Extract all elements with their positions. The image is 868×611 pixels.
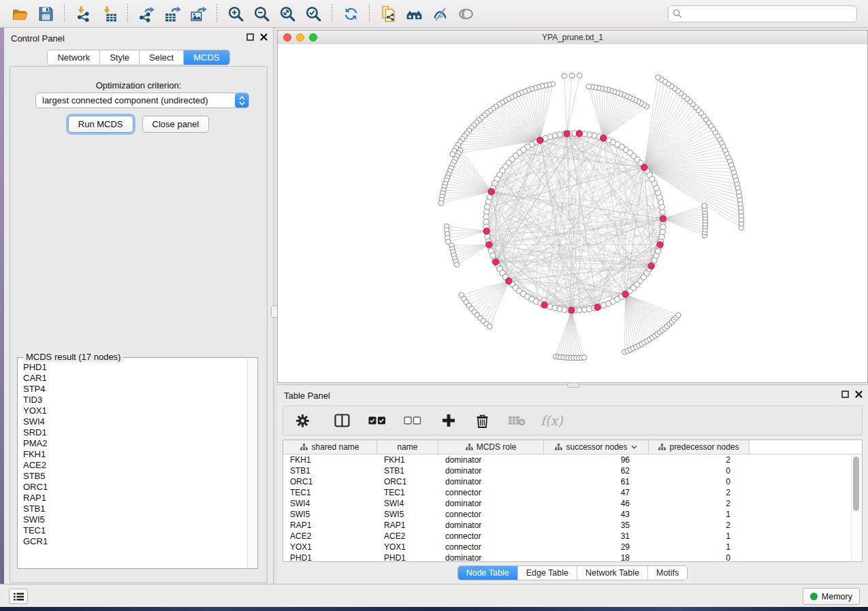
- zoom-fit-button[interactable]: [277, 3, 298, 24]
- import-network-button[interactable]: [73, 3, 93, 24]
- mcds-node[interactable]: [641, 164, 647, 170]
- table-row[interactable]: ACE2ACE2connector311: [283, 531, 862, 542]
- table-row[interactable]: RAP1RAP1dominator352: [283, 520, 862, 531]
- close-panel-button[interactable]: Close panel: [142, 116, 210, 133]
- mcds-result-item[interactable]: PMA2: [23, 438, 248, 449]
- mcds-result-item[interactable]: ACE2: [23, 460, 248, 471]
- mcds-node[interactable]: [648, 263, 654, 269]
- mcds-node[interactable]: [537, 137, 543, 144]
- mcds-result-item[interactable]: ORC1: [23, 482, 248, 493]
- network-window-titlebar[interactable]: YPA_prune.txt_1: [278, 31, 867, 45]
- run-mcds-button[interactable]: Run MCDS: [68, 116, 133, 133]
- close-panel-icon[interactable]: [260, 33, 268, 41]
- column-header-predecessor-nodes[interactable]: predecessor nodes: [649, 440, 750, 454]
- tab-motifs[interactable]: Motifs: [648, 566, 687, 580]
- zoom-out-button[interactable]: [251, 3, 272, 24]
- zoom-in-button[interactable]: [225, 3, 246, 24]
- open-file-button[interactable]: [10, 3, 30, 24]
- mcds-result-item[interactable]: TEC1: [23, 525, 248, 536]
- mcds-node[interactable]: [486, 242, 492, 248]
- column-header-successor-nodes[interactable]: successor nodes: [544, 440, 649, 454]
- memory-button[interactable]: Memory: [803, 588, 860, 605]
- mcds-list-scrollbar[interactable]: [247, 359, 257, 567]
- zoom-selected-button[interactable]: [303, 3, 323, 24]
- mcds-node[interactable]: [576, 131, 582, 137]
- mcds-node[interactable]: [660, 216, 666, 222]
- mcds-node[interactable]: [568, 307, 575, 313]
- mcds-node[interactable]: [600, 135, 607, 142]
- export-table-button[interactable]: [162, 3, 182, 24]
- table-row[interactable]: SWI4SWI4dominator462: [283, 498, 862, 509]
- tab-node-table[interactable]: Node Table: [458, 566, 518, 580]
- float-panel-icon[interactable]: [841, 391, 849, 398]
- horizontal-splitter-handle[interactable]: [567, 382, 579, 388]
- mcds-node[interactable]: [622, 291, 628, 297]
- mcds-node[interactable]: [594, 304, 600, 310]
- table-row[interactable]: SWI5SWI5connector431: [283, 509, 862, 520]
- search-input[interactable]: [668, 5, 857, 22]
- optimization-criterion-select[interactable]: largest connected component (undirected): [35, 93, 249, 108]
- mcds-result-item[interactable]: SWI4: [23, 416, 248, 427]
- float-panel-icon[interactable]: [246, 33, 254, 41]
- tab-select[interactable]: Select: [140, 50, 184, 65]
- select-all-button[interactable]: [368, 416, 386, 425]
- column-header-MCDS-role[interactable]: MCDS role: [438, 440, 544, 454]
- refresh-button[interactable]: [340, 3, 361, 24]
- tab-style[interactable]: Style: [100, 50, 140, 65]
- delete-table-button[interactable]: [508, 415, 526, 426]
- mcds-node[interactable]: [564, 131, 570, 137]
- mcds-result-item[interactable]: CAR1: [23, 373, 248, 384]
- table-row[interactable]: TEC1TEC1connector472: [283, 487, 862, 498]
- tab-network-table[interactable]: Network Table: [577, 566, 648, 580]
- mcds-node[interactable]: [506, 278, 512, 284]
- tab-edge-table[interactable]: Edge Table: [518, 566, 577, 580]
- save-session-button[interactable]: [35, 3, 56, 24]
- network-canvas[interactable]: [278, 44, 867, 382]
- mcds-result-item[interactable]: PHD1: [23, 362, 248, 373]
- table-row[interactable]: FKH1FKH1dominator962: [283, 455, 862, 465]
- column-header-name[interactable]: name: [377, 440, 438, 454]
- split-table-button[interactable]: [334, 414, 350, 427]
- table-row[interactable]: PHD1PHD1dominator180: [283, 552, 862, 562]
- export-image-icon: [190, 5, 207, 22]
- search-objects-button[interactable]: [404, 3, 424, 24]
- cell: 2: [649, 455, 750, 465]
- table-row[interactable]: YOX1YOX1connector291: [283, 542, 862, 552]
- deselect-all-button[interactable]: [404, 416, 421, 425]
- tab-network[interactable]: Network: [48, 50, 100, 65]
- table-scrollbar[interactable]: [851, 455, 861, 560]
- mcds-node[interactable]: [488, 188, 494, 195]
- mcds-result-item[interactable]: SRD1: [23, 427, 248, 438]
- create-column-button[interactable]: [442, 414, 455, 427]
- function-builder-button[interactable]: f(x): [541, 413, 563, 428]
- hide-selected-button[interactable]: [430, 3, 450, 24]
- show-preview-button[interactable]: [455, 3, 476, 24]
- column-header-shared-name[interactable]: shared name: [283, 440, 377, 454]
- mcds-node[interactable]: [541, 302, 547, 308]
- tab-mcds[interactable]: MCDS: [184, 50, 229, 65]
- mcds-result-item[interactable]: YOX1: [23, 406, 248, 416]
- close-panel-icon[interactable]: [855, 391, 863, 398]
- share-document-button[interactable]: [378, 3, 398, 24]
- show-panels-button[interactable]: [9, 589, 28, 604]
- mcds-result-item[interactable]: RAP1: [23, 493, 248, 503]
- mcds-node[interactable]: [483, 228, 489, 234]
- mcds-result-item[interactable]: STP4: [23, 384, 248, 395]
- table-row[interactable]: STB1STB1dominator620: [283, 465, 862, 476]
- mcds-result-item[interactable]: GCR1: [23, 536, 248, 547]
- mcds-result-item[interactable]: STB1: [23, 503, 248, 514]
- delete-column-button[interactable]: [476, 414, 489, 428]
- mcds-node[interactable]: [493, 259, 499, 265]
- export-network-button[interactable]: [136, 3, 157, 24]
- mcds-result-item[interactable]: STB5: [23, 471, 248, 482]
- mcds-result-item[interactable]: TID3: [23, 395, 248, 406]
- cell: 1: [649, 531, 750, 541]
- scrollbar-thumb[interactable]: [853, 457, 859, 511]
- export-image-button[interactable]: [188, 3, 208, 24]
- mcds-result-item[interactable]: FKH1: [23, 449, 248, 460]
- mcds-node[interactable]: [657, 242, 663, 248]
- mcds-result-item[interactable]: SWI5: [23, 514, 248, 525]
- table-row[interactable]: ORC1ORC1dominator610: [283, 476, 862, 487]
- table-settings-button[interactable]: [295, 414, 310, 428]
- import-table-button[interactable]: [99, 3, 119, 24]
